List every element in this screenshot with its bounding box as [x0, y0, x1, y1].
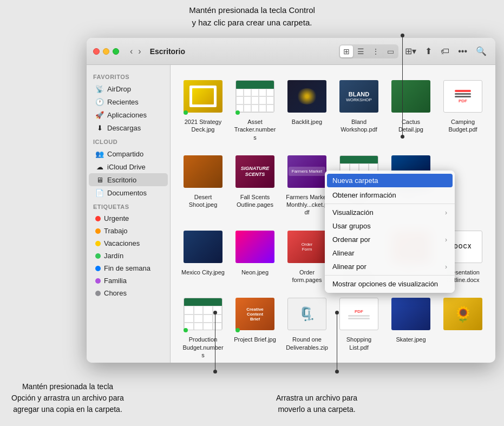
menu-item-label: Nueva carpeta — [332, 176, 378, 185]
urgente-dot — [95, 216, 101, 221]
sidebar-item-documentos[interactable]: 📄 Documentos — [89, 186, 168, 199]
menu-item-visualizacion[interactable]: Visualización › — [325, 206, 455, 219]
file-item[interactable]: SIGNATURESCENTS Fall Scents Outline.page… — [231, 149, 279, 220]
sidebar-item-airdrop-label: AirDrop — [107, 85, 131, 93]
sidebar-item-escritorio[interactable]: 🖥 Escritorio — [89, 173, 168, 186]
menu-item-obtener-informacion[interactable]: Obtener información — [325, 188, 455, 202]
submenu-arrow-icon: › — [445, 236, 447, 244]
sidebar-item-chores[interactable]: Chores — [89, 287, 168, 299]
search-button[interactable]: 🔍 — [474, 44, 489, 58]
file-item[interactable]: Neon.jpeg — [231, 224, 279, 287]
vacaciones-dot — [95, 241, 101, 246]
sidebar-item-chores-label: Chores — [104, 289, 127, 297]
group-button[interactable]: ⊞▾ — [403, 44, 418, 58]
aplicaciones-icon: 🚀 — [95, 110, 104, 119]
sidebar-item-icloud-drive[interactable]: ☁ iCloud Drive — [89, 160, 168, 173]
menu-item-ordenar-por[interactable]: Ordenar por › — [325, 233, 455, 246]
file-name: Order form.pages — [285, 268, 329, 284]
sidebar-item-jardin[interactable]: Jardín — [89, 250, 168, 262]
file-name: Bland Workshop.pdf — [337, 118, 381, 134]
list-view-button[interactable]: ☰ — [354, 45, 368, 57]
minimize-button[interactable] — [103, 48, 109, 55]
cover-view-button[interactable]: ▭ — [384, 45, 397, 57]
forward-button[interactable]: › — [136, 45, 143, 57]
share-button[interactable]: ⬆ — [423, 44, 434, 58]
back-button[interactable]: ‹ — [128, 45, 135, 57]
sidebar-item-compartido[interactable]: 👥 Compartido — [89, 147, 168, 160]
submenu-arrow-icon: › — [445, 209, 447, 217]
file-name: 2021 Strategy Deck.jpg — [181, 118, 225, 134]
file-name: Neon.jpeg — [241, 268, 269, 276]
familia-dot — [95, 278, 101, 284]
file-name: Asset Tracker.numbers — [233, 118, 277, 141]
sidebar-item-urgente-label: Urgente — [104, 214, 129, 222]
sidebar-item-fin-de-semana[interactable]: Fin de semana — [89, 262, 168, 274]
sidebar-item-recientes-label: Recientes — [107, 98, 139, 106]
file-name: Mexico City.jpeg — [181, 268, 225, 276]
file-name: Project Brief.jpg — [234, 336, 276, 343]
sidebar-item-recientes[interactable]: 🕐 Recientes — [89, 95, 168, 108]
menu-item-label: Mostrar opciones de visualización — [332, 280, 438, 288]
menu-item-alinear[interactable]: Alinear — [325, 246, 455, 260]
sidebar-item-escritorio-label: Escritorio — [107, 176, 136, 184]
file-item[interactable]: Backlit.jpeg — [283, 74, 331, 145]
sidebar-item-descargas[interactable]: ⬇ Descargas — [89, 121, 168, 134]
file-item[interactable]: Desert Shoot.jpeg — [179, 149, 227, 220]
menu-item-label: Usar grupos — [332, 222, 371, 230]
sidebar-item-trabajo[interactable]: Trabajo — [89, 225, 168, 237]
more-button[interactable]: ••• — [456, 44, 469, 58]
sidebar-item-airdrop[interactable]: 📡 AirDrop — [89, 82, 168, 95]
grid-view-button[interactable]: ⊞ — [340, 45, 353, 57]
file-item[interactable]: PDF Camping Budget.pdf — [439, 74, 487, 145]
file-item[interactable]: 🌻 — [439, 291, 487, 362]
menu-item-label: Visualización — [332, 208, 374, 217]
file-name: Production Budget.numbers — [181, 336, 225, 359]
file-item[interactable]: CreativeContentBrief Project Brief.jpg — [231, 291, 279, 362]
file-item[interactable]: 🗜️ Round one Deliverables.zip — [283, 291, 331, 362]
sidebar-item-icloud-drive-label: iCloud Drive — [107, 163, 146, 171]
file-name: Desert Shoot.jpeg — [181, 193, 225, 209]
annotation-bottom-right: Arrastra un archivo para moverlo a una c… — [254, 392, 379, 415]
file-item[interactable]: Mexico City.jpeg — [179, 224, 227, 287]
sidebar-item-compartido-label: Compartido — [107, 150, 143, 158]
maximize-button[interactable] — [113, 48, 119, 55]
menu-item-label: Alinear por — [332, 263, 366, 271]
sidebar-item-aplicaciones[interactable]: 🚀 Aplicaciones — [89, 108, 168, 121]
file-item[interactable]: Cactus Detail.jpg — [387, 74, 435, 145]
menu-divider — [325, 204, 455, 204]
airdrop-icon: 📡 — [95, 84, 104, 93]
annotation-bottom-left: Mantén presionada la tecla Opción y arra… — [5, 381, 130, 415]
file-item[interactable]: Production Budget.numbers — [179, 291, 227, 362]
file-item[interactable]: BLAND WORKSHOP Bland Workshop.pdf — [335, 74, 383, 145]
sidebar: Favoritos 📡 AirDrop 🕐 Recientes 🚀 Aplica… — [87, 65, 171, 363]
file-item[interactable]: Skater.jpeg — [387, 291, 435, 362]
columns-view-button[interactable]: ⋮ — [369, 45, 383, 57]
menu-item-label: Obtener información — [332, 191, 396, 199]
recientes-icon: 🕐 — [95, 97, 104, 106]
file-item[interactable]: PDF Shopping List.pdf — [335, 291, 383, 362]
finder-window: ‹ › Escritorio ⊞ ☰ ⋮ ▭ ⊞▾ ⬆ 🏷 ••• 🔍 Favo… — [87, 38, 495, 363]
sidebar-item-familia[interactable]: Familia — [89, 274, 168, 287]
sidebar-item-jardin-label: Jardín — [104, 252, 123, 260]
menu-item-alinear-por[interactable]: Alinear por › — [325, 260, 455, 273]
file-item[interactable]: Asset Tracker.numbers — [231, 74, 279, 145]
menu-item-mostrar-opciones[interactable]: Mostrar opciones de visualización — [325, 277, 455, 291]
sidebar-item-aplicaciones-label: Aplicaciones — [107, 111, 147, 119]
menu-item-nueva-carpeta[interactable]: Nueva carpeta — [327, 174, 453, 187]
close-button[interactable] — [93, 48, 100, 55]
sidebar-item-familia-label: Familia — [104, 277, 127, 285]
menu-item-usar-grupos[interactable]: Usar grupos — [325, 219, 455, 233]
sidebar-item-vacaciones-label: Vacaciones — [104, 239, 140, 247]
file-item[interactable]: OrderForm Order form.pages — [283, 224, 331, 287]
file-name: Shopping List.pdf — [337, 336, 381, 351]
sidebar-item-urgente[interactable]: Urgente — [89, 212, 168, 225]
file-item[interactable]: Farmers Market Farmers Market Monthly...… — [283, 149, 331, 220]
tag-button[interactable]: 🏷 — [438, 44, 451, 58]
file-item[interactable]: 2021 Strategy Deck.jpg — [179, 74, 227, 145]
sidebar-section-favoritos: Favoritos — [87, 69, 170, 82]
icloud-drive-icon: ☁ — [95, 162, 104, 171]
sidebar-item-documentos-label: Documentos — [107, 189, 147, 197]
annotation-top: Mantén presionada la tecla Control y haz… — [0, 4, 504, 29]
jardin-dot — [95, 253, 101, 259]
sidebar-item-vacaciones[interactable]: Vacaciones — [89, 237, 168, 250]
